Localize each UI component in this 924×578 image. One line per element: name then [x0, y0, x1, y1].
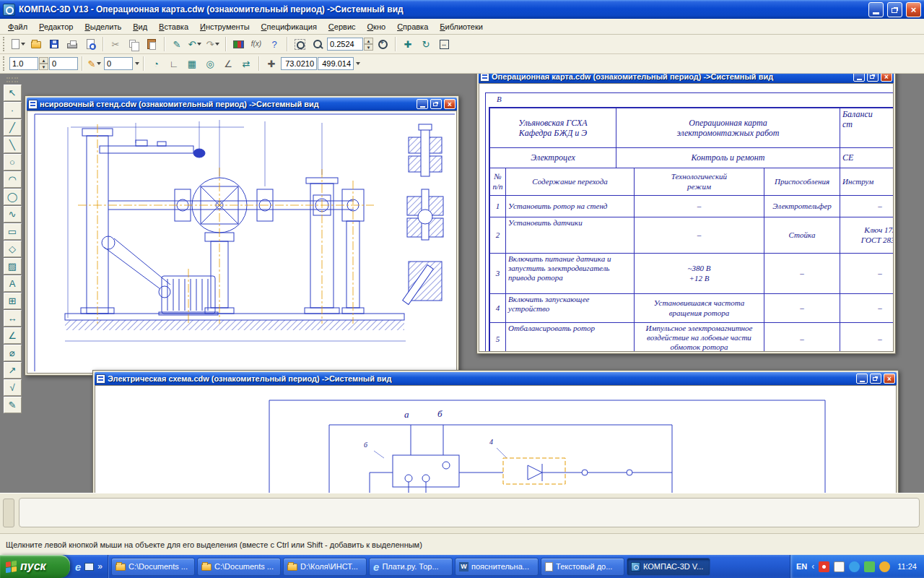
spin-up-icon[interactable]: ▲ [364, 38, 373, 44]
schema-restore-button[interactable] [870, 374, 881, 384]
taskbar-button-kompas[interactable]: КОМПАС-3D V... [627, 558, 710, 576]
stand-window-titlebar[interactable]: нсировочный стенд.cdw (ознакомительный п… [27, 98, 457, 111]
circle-tool[interactable]: ○ [4, 154, 22, 171]
menu-libraries[interactable]: Библиотеки [434, 20, 489, 33]
menu-window[interactable]: Окно [362, 20, 392, 33]
angular-dimension-tool[interactable]: ∠ [4, 327, 22, 344]
open-button[interactable] [27, 36, 45, 52]
dropdown-arrow-icon[interactable] [135, 62, 139, 65]
stand-close-button[interactable]: × [444, 99, 456, 109]
segment-tool[interactable]: ╲ [4, 137, 22, 153]
arc-tool[interactable]: ◠ [4, 171, 22, 188]
hatch-tool[interactable]: ▨ [4, 258, 22, 275]
ellipse-tool[interactable]: ◯ [4, 189, 22, 205]
current-layer-field[interactable]: 0 [104, 57, 133, 70]
print-button[interactable] [64, 36, 81, 52]
toolbar-grip[interactable] [3, 37, 6, 51]
save-button[interactable] [45, 36, 63, 52]
redo-button[interactable]: ↷ [204, 36, 222, 52]
card-restore-button[interactable] [867, 74, 879, 82]
tray-icon[interactable] [879, 561, 890, 572]
pan-button[interactable]: ✚ [399, 36, 417, 52]
new-document-button[interactable] [9, 36, 27, 52]
edit-tool[interactable]: ✎ [4, 397, 22, 413]
schema-document-window[interactable]: Электрическая схема.cdw (ознакомительный… [92, 370, 899, 493]
operation-card-sheet[interactable]: В Ульяновская ГСХА Кафедра БЖД и Э Опера… [479, 84, 893, 351]
roughness-tool[interactable]: √ [4, 379, 22, 396]
card-window-titlebar[interactable]: Операционная карта.cdw (ознакомительный … [479, 74, 894, 83]
undo-button[interactable]: ↶ [186, 36, 204, 52]
taskbar-button-documents-1[interactable]: C:\Documents ... [111, 558, 195, 576]
zoom-button[interactable] [309, 36, 326, 52]
text-tool[interactable]: A [4, 275, 22, 292]
toolbar-grip[interactable] [3, 56, 6, 71]
menu-file[interactable]: Файл [2, 20, 33, 33]
variables-button[interactable]: f(x) [248, 36, 265, 52]
card-close-button[interactable]: × [881, 74, 892, 82]
menu-help[interactable]: Справка [391, 20, 434, 33]
local-csys-button[interactable]: ◔ [147, 56, 165, 72]
zoom-window-button[interactable] [291, 36, 308, 52]
tray-icon[interactable] [819, 561, 829, 572]
zoom-in-button[interactable] [374, 36, 391, 52]
cursor-step-field[interactable]: 1.0 [9, 57, 38, 70]
stand-drawing[interactable] [27, 111, 457, 374]
snaps-button[interactable]: ◎ [201, 56, 219, 72]
spin-up-icon[interactable]: ▲ [39, 57, 48, 64]
taskbar-button-documents-2[interactable]: C:\Documents ... [197, 558, 281, 576]
start-button[interactable]: пуск [0, 555, 70, 578]
refresh-view-button[interactable]: ↻ [417, 36, 435, 52]
state-field[interactable]: 0 [49, 57, 78, 70]
library-manager-button[interactable] [230, 36, 247, 52]
print-preview-button[interactable] [82, 36, 99, 52]
copy-button[interactable] [125, 36, 142, 52]
linear-dimension-tool[interactable]: ↔ [4, 310, 22, 327]
schema-window-titlebar[interactable]: Электрическая схема.cdw (ознакомительный… [95, 372, 897, 385]
spline-tool[interactable]: ∿ [4, 206, 22, 223]
round-off-button[interactable]: ⇄ [237, 56, 255, 72]
stand-restore-button[interactable] [430, 99, 442, 109]
copy-properties-button[interactable]: ✎ [168, 36, 186, 52]
table-tool[interactable]: ⊞ [4, 293, 22, 309]
taskbar-button-word-doc[interactable]: Wпояснительна... [455, 558, 539, 576]
stand-drawing-canvas[interactable] [27, 111, 457, 374]
schema-close-button[interactable]: × [884, 374, 895, 384]
show-desktop-icon[interactable] [84, 563, 94, 571]
minimize-button[interactable] [868, 2, 884, 17]
stand-minimize-button[interactable] [417, 99, 428, 109]
auxiliary-line-tool[interactable]: ╱ [4, 119, 22, 136]
menu-select[interactable]: Выделить [79, 20, 127, 33]
schema-drawing[interactable] [95, 386, 897, 493]
angle-snap-button[interactable]: ∠ [219, 56, 237, 72]
menu-editor[interactable]: Редактор [33, 20, 79, 33]
close-button[interactable]: × [906, 2, 921, 17]
coordinate-x-field[interactable]: 73.0210 [281, 57, 317, 70]
rectangle-tool[interactable]: ▭ [4, 223, 22, 240]
tray-chevron-icon[interactable]: ‹ [811, 561, 814, 571]
spin-down-icon[interactable]: ▼ [364, 44, 373, 51]
quick-launch-overflow-icon[interactable]: » [97, 561, 103, 571]
spin-down-icon[interactable]: ▼ [39, 64, 48, 70]
tray-icon[interactable] [864, 561, 875, 572]
grid-button[interactable]: ▦ [183, 56, 201, 72]
zoom-spinner[interactable]: ▲▼ [364, 38, 373, 51]
compact-panel-grip[interactable] [6, 77, 18, 82]
menu-specification[interactable]: Спецификация [256, 20, 323, 33]
pointer-tool[interactable]: ↖ [4, 85, 22, 101]
paste-button[interactable] [143, 36, 160, 52]
tray-icon[interactable] [849, 561, 860, 572]
language-indicator[interactable]: EN [796, 562, 807, 571]
schema-drawing-canvas[interactable]: а б 6 4 [95, 385, 897, 493]
polygon-tool[interactable]: ◇ [4, 241, 22, 257]
taskbar-button-text-doc[interactable]: Текстовый до... [541, 558, 624, 576]
zoom-scale-field[interactable]: 0.2524 [327, 38, 363, 51]
layer-pen-button[interactable]: ✎ [86, 56, 103, 72]
card-minimize-button[interactable] [853, 74, 865, 82]
cut-button[interactable]: ✂ [107, 36, 124, 52]
show-all-button[interactable]: ↔ [435, 36, 453, 52]
menu-service[interactable]: Сервис [323, 20, 362, 33]
coordinates-button[interactable]: ✚ [263, 56, 280, 72]
card-drawing-canvas[interactable]: В Ульяновская ГСХА Кафедра БЖД и Э Опера… [479, 83, 894, 352]
dropdown-arrow-icon[interactable] [356, 62, 360, 65]
leader-tool[interactable]: ↗ [4, 362, 22, 379]
